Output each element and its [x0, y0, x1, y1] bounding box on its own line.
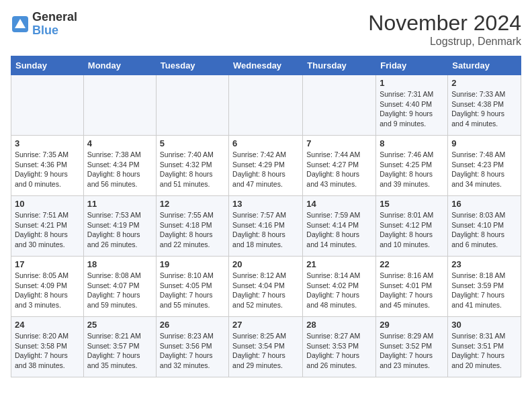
day-info: Sunrise: 7:38 AM Sunset: 4:34 PM Dayligh…: [87, 150, 152, 189]
day-number: 15: [380, 199, 444, 209]
calendar-cell: 3Sunrise: 7:35 AM Sunset: 4:36 PM Daylig…: [11, 136, 84, 196]
calendar-cell: 7Sunrise: 7:44 AM Sunset: 4:27 PM Daylig…: [303, 136, 376, 196]
calendar-cell: 18Sunrise: 8:08 AM Sunset: 4:07 PM Dayli…: [83, 257, 156, 317]
day-info: Sunrise: 8:01 AM Sunset: 4:12 PM Dayligh…: [380, 210, 444, 250]
calendar-cell: 29Sunrise: 8:29 AM Sunset: 3:52 PM Dayli…: [376, 317, 448, 377]
day-number: 20: [232, 259, 299, 269]
day-info: Sunrise: 8:20 AM Sunset: 3:58 PM Dayligh…: [15, 331, 80, 371]
day-info: Sunrise: 7:51 AM Sunset: 4:21 PM Dayligh…: [15, 210, 80, 250]
day-number: 10: [15, 199, 80, 209]
logo-general: General: [32, 11, 77, 24]
day-number: 24: [15, 320, 80, 330]
calendar-cell: 23Sunrise: 8:18 AM Sunset: 3:59 PM Dayli…: [448, 257, 521, 317]
calendar-cell: [229, 75, 303, 136]
calendar-week: 10Sunrise: 7:51 AM Sunset: 4:21 PM Dayli…: [11, 196, 521, 257]
calendar-cell: 22Sunrise: 8:16 AM Sunset: 4:01 PM Dayli…: [376, 257, 448, 317]
calendar-table: SundayMondayTuesdayWednesdayThursdayFrid…: [11, 56, 521, 377]
logo-blue: Blue: [32, 24, 77, 38]
calendar-cell: [156, 75, 228, 136]
day-info: Sunrise: 8:23 AM Sunset: 3:56 PM Dayligh…: [160, 331, 225, 371]
day-number: 16: [451, 199, 517, 209]
calendar-cell: 4Sunrise: 7:38 AM Sunset: 4:34 PM Daylig…: [83, 136, 156, 196]
header-day: Saturday: [448, 56, 521, 75]
calendar-cell: 30Sunrise: 8:31 AM Sunset: 3:51 PM Dayli…: [448, 317, 521, 377]
title-area: November 2024 Logstrup, Denmark: [368, 11, 521, 48]
calendar-cell: [11, 75, 84, 136]
day-info: Sunrise: 8:12 AM Sunset: 4:04 PM Dayligh…: [232, 271, 299, 310]
day-info: Sunrise: 7:42 AM Sunset: 4:29 PM Dayligh…: [232, 150, 299, 189]
location: Logstrup, Denmark: [368, 36, 521, 48]
calendar-week: 17Sunrise: 8:05 AM Sunset: 4:09 PM Dayli…: [11, 257, 521, 317]
day-info: Sunrise: 8:27 AM Sunset: 3:53 PM Dayligh…: [306, 331, 372, 371]
day-info: Sunrise: 8:21 AM Sunset: 3:57 PM Dayligh…: [87, 331, 152, 371]
day-number: 28: [306, 320, 372, 330]
day-number: 26: [160, 320, 225, 330]
calendar-cell: 16Sunrise: 8:03 AM Sunset: 4:10 PM Dayli…: [448, 196, 521, 257]
day-info: Sunrise: 7:53 AM Sunset: 4:19 PM Dayligh…: [87, 210, 152, 250]
day-number: 18: [87, 259, 152, 269]
day-info: Sunrise: 7:31 AM Sunset: 4:40 PM Dayligh…: [380, 89, 444, 129]
calendar-cell: 21Sunrise: 8:14 AM Sunset: 4:02 PM Dayli…: [303, 257, 376, 317]
day-number: 5: [160, 138, 225, 148]
header-day: Friday: [376, 56, 448, 75]
calendar-cell: 27Sunrise: 8:25 AM Sunset: 3:54 PM Dayli…: [229, 317, 303, 377]
day-number: 23: [451, 259, 517, 269]
day-number: 21: [306, 259, 372, 269]
day-info: Sunrise: 7:40 AM Sunset: 4:32 PM Dayligh…: [160, 150, 225, 189]
day-info: Sunrise: 8:05 AM Sunset: 4:09 PM Dayligh…: [15, 271, 80, 310]
day-number: 12: [160, 199, 225, 209]
day-info: Sunrise: 8:10 AM Sunset: 4:05 PM Dayligh…: [160, 271, 225, 310]
day-number: 17: [15, 259, 80, 269]
day-info: Sunrise: 8:03 AM Sunset: 4:10 PM Dayligh…: [451, 210, 517, 250]
calendar-cell: 10Sunrise: 7:51 AM Sunset: 4:21 PM Dayli…: [11, 196, 84, 257]
calendar-cell: 15Sunrise: 8:01 AM Sunset: 4:12 PM Dayli…: [376, 196, 448, 257]
day-number: 1: [380, 78, 444, 88]
calendar-cell: 9Sunrise: 7:48 AM Sunset: 4:23 PM Daylig…: [448, 136, 521, 196]
day-number: 9: [451, 138, 517, 148]
calendar-week: 3Sunrise: 7:35 AM Sunset: 4:36 PM Daylig…: [11, 136, 521, 196]
day-number: 25: [87, 320, 152, 330]
calendar-cell: 1Sunrise: 7:31 AM Sunset: 4:40 PM Daylig…: [376, 75, 448, 136]
day-number: 29: [380, 320, 444, 330]
day-info: Sunrise: 8:18 AM Sunset: 3:59 PM Dayligh…: [451, 271, 517, 310]
day-number: 7: [306, 138, 372, 148]
calendar-cell: 25Sunrise: 8:21 AM Sunset: 3:57 PM Dayli…: [83, 317, 156, 377]
day-info: Sunrise: 7:59 AM Sunset: 4:14 PM Dayligh…: [306, 210, 372, 250]
day-number: 3: [15, 138, 80, 148]
day-number: 19: [160, 259, 225, 269]
day-number: 11: [87, 199, 152, 209]
day-number: 22: [380, 259, 444, 269]
calendar-week: 1Sunrise: 7:31 AM Sunset: 4:40 PM Daylig…: [11, 75, 521, 136]
day-number: 6: [232, 138, 299, 148]
day-info: Sunrise: 8:25 AM Sunset: 3:54 PM Dayligh…: [232, 331, 299, 371]
day-info: Sunrise: 7:33 AM Sunset: 4:38 PM Dayligh…: [451, 89, 517, 129]
day-info: Sunrise: 7:35 AM Sunset: 4:36 PM Dayligh…: [15, 150, 80, 189]
day-info: Sunrise: 8:16 AM Sunset: 4:01 PM Dayligh…: [380, 271, 444, 310]
day-info: Sunrise: 7:55 AM Sunset: 4:18 PM Dayligh…: [160, 210, 225, 250]
calendar-cell: 14Sunrise: 7:59 AM Sunset: 4:14 PM Dayli…: [303, 196, 376, 257]
calendar-header: SundayMondayTuesdayWednesdayThursdayFrid…: [11, 56, 521, 75]
day-number: 13: [232, 199, 299, 209]
header-day: Monday: [83, 56, 156, 75]
logo-icon: [11, 15, 30, 34]
calendar-cell: 20Sunrise: 8:12 AM Sunset: 4:04 PM Dayli…: [229, 257, 303, 317]
day-info: Sunrise: 7:48 AM Sunset: 4:23 PM Dayligh…: [451, 150, 517, 189]
calendar-cell: 6Sunrise: 7:42 AM Sunset: 4:29 PM Daylig…: [229, 136, 303, 196]
calendar-cell: 8Sunrise: 7:46 AM Sunset: 4:25 PM Daylig…: [376, 136, 448, 196]
month-title: November 2024: [368, 11, 521, 36]
day-info: Sunrise: 7:44 AM Sunset: 4:27 PM Dayligh…: [306, 150, 372, 189]
day-info: Sunrise: 8:29 AM Sunset: 3:52 PM Dayligh…: [380, 331, 444, 371]
day-number: 2: [451, 78, 517, 88]
logo-text: General Blue: [32, 11, 77, 38]
header-row: SundayMondayTuesdayWednesdayThursdayFrid…: [11, 56, 521, 75]
calendar-cell: 19Sunrise: 8:10 AM Sunset: 4:05 PM Dayli…: [156, 257, 228, 317]
day-number: 30: [451, 320, 517, 330]
calendar-week: 24Sunrise: 8:20 AM Sunset: 3:58 PM Dayli…: [11, 317, 521, 377]
logo: General Blue: [11, 11, 77, 38]
calendar-body: 1Sunrise: 7:31 AM Sunset: 4:40 PM Daylig…: [11, 75, 521, 377]
calendar-cell: [83, 75, 156, 136]
calendar-cell: 24Sunrise: 8:20 AM Sunset: 3:58 PM Dayli…: [11, 317, 84, 377]
day-info: Sunrise: 8:14 AM Sunset: 4:02 PM Dayligh…: [306, 271, 372, 310]
header-day: Sunday: [11, 56, 84, 75]
day-info: Sunrise: 8:31 AM Sunset: 3:51 PM Dayligh…: [451, 331, 517, 371]
